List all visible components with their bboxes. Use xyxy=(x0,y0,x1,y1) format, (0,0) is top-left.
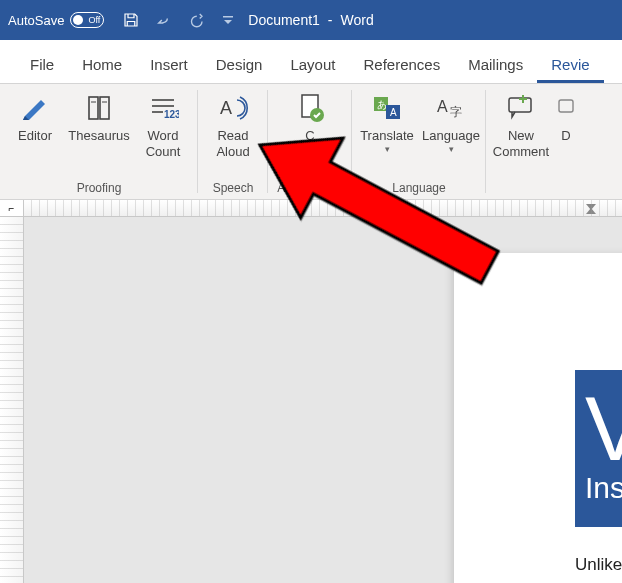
autosave-state: Off xyxy=(89,15,101,25)
svg-text:A: A xyxy=(220,98,232,118)
check-accessibility-label-1: C xyxy=(305,128,314,144)
check-accessibility-label-2: ibility xyxy=(296,144,325,160)
svg-rect-21 xyxy=(559,100,573,112)
chevron-down-icon: ▾ xyxy=(449,144,454,155)
document-name: Document1 xyxy=(248,12,320,28)
svg-marker-23 xyxy=(586,208,596,214)
autosave-toggle[interactable]: Off xyxy=(70,12,104,28)
svg-rect-18 xyxy=(509,98,531,112)
language-icon: A字 xyxy=(435,92,467,124)
document-canvas[interactable]: V Ins Unlike xyxy=(24,217,622,583)
chevron-down-icon: ▾ xyxy=(385,144,390,155)
tab-insert[interactable]: Insert xyxy=(136,46,202,83)
translate-button[interactable]: あA Translate ▾ xyxy=(358,88,416,178)
tab-references[interactable]: References xyxy=(349,46,454,83)
body-text: Unlike xyxy=(575,555,622,575)
new-comment-button[interactable]: New Comment xyxy=(492,88,550,178)
svg-rect-1 xyxy=(89,97,98,119)
language-label: Language xyxy=(422,128,480,144)
read-aloud-icon: A xyxy=(217,92,249,124)
delete-comment-label: D xyxy=(561,128,570,144)
window-title: Document1 - Word xyxy=(248,12,373,28)
tab-home[interactable]: Home xyxy=(68,46,136,83)
save-icon[interactable] xyxy=(122,11,140,29)
read-aloud-label-2: Aloud xyxy=(216,144,249,160)
ruler-row: ⌐ xyxy=(0,200,622,217)
check-accessibility-button[interactable]: C ibility ▾ xyxy=(274,88,346,178)
delete-comment-button[interactable]: D xyxy=(556,88,576,178)
title-bar: AutoSave Off Document1 - Word xyxy=(0,0,622,40)
new-comment-icon xyxy=(505,92,537,124)
ribbon-tabs: File Home Insert Design Layout Reference… xyxy=(0,40,622,84)
translate-label: Translate xyxy=(360,128,414,144)
delete-comment-icon xyxy=(557,92,575,124)
svg-marker-22 xyxy=(586,204,596,210)
tab-file[interactable]: File xyxy=(16,46,68,83)
thesaurus-label: Thesaurus xyxy=(68,128,129,144)
svg-text:字: 字 xyxy=(450,105,462,119)
group-proofing: Editor Thesaurus 123 Word Count Proofing xyxy=(0,84,198,199)
qat-overflow-icon[interactable] xyxy=(222,14,234,26)
read-aloud-label-1: Read xyxy=(217,128,248,144)
thesaurus-button[interactable]: Thesaurus xyxy=(70,88,128,178)
editor-button[interactable]: Editor xyxy=(6,88,64,178)
horizontal-ruler[interactable] xyxy=(24,200,622,216)
title-sub: Ins xyxy=(585,471,622,505)
vertical-ruler[interactable] xyxy=(0,217,24,583)
svg-text:A: A xyxy=(437,98,448,115)
word-count-button[interactable]: 123 Word Count xyxy=(134,88,192,178)
tab-design[interactable]: Design xyxy=(202,46,277,83)
title-block: V Ins xyxy=(575,370,622,527)
app-name: Word xyxy=(341,12,374,28)
autosave-control[interactable]: AutoSave Off xyxy=(8,12,104,28)
word-count-icon: 123 xyxy=(147,92,179,124)
redo-icon[interactable] xyxy=(190,12,208,28)
group-speech: A Read Aloud Speech xyxy=(198,84,268,199)
word-count-label-2: Count xyxy=(146,144,181,160)
editor-label: Editor xyxy=(18,128,52,144)
title-big: V xyxy=(585,393,622,465)
svg-text:あ: あ xyxy=(377,99,387,110)
group-label-proofing: Proofing xyxy=(77,178,122,197)
svg-rect-2 xyxy=(100,97,109,119)
group-language: あA Translate ▾ A字 Language ▾ Language xyxy=(352,84,486,199)
tab-review[interactable]: Revie xyxy=(537,46,603,83)
ruler-corner[interactable]: ⌐ xyxy=(0,200,24,216)
title-separator: - xyxy=(328,12,333,28)
ribbon: Editor Thesaurus 123 Word Count Proofing… xyxy=(0,84,622,200)
group-label-accessibility: Accessibility xyxy=(277,178,342,197)
accessibility-icon xyxy=(294,92,326,124)
editor-icon xyxy=(19,92,51,124)
svg-text:A: A xyxy=(390,107,397,118)
margin-marker-icon[interactable] xyxy=(586,200,596,217)
group-label-comments xyxy=(532,178,535,197)
read-aloud-button[interactable]: A Read Aloud xyxy=(204,88,262,178)
new-comment-label-2: Comment xyxy=(493,144,549,160)
group-comments: New Comment D xyxy=(486,84,582,199)
thesaurus-icon xyxy=(83,92,115,124)
tab-layout[interactable]: Layout xyxy=(276,46,349,83)
qat xyxy=(122,11,234,29)
group-accessibility: C ibility ▾ Accessibility xyxy=(268,84,352,199)
new-comment-label-1: New xyxy=(508,128,534,144)
svg-rect-0 xyxy=(223,16,233,18)
undo-icon[interactable] xyxy=(154,12,176,28)
editor-area: V Ins Unlike xyxy=(0,217,622,583)
group-label-language: Language xyxy=(392,178,445,197)
group-label-speech: Speech xyxy=(213,178,254,197)
translate-icon: あA xyxy=(371,92,403,124)
chevron-down-icon: ▾ xyxy=(308,161,313,172)
tab-mailings[interactable]: Mailings xyxy=(454,46,537,83)
autosave-label: AutoSave xyxy=(8,13,64,28)
language-button[interactable]: A字 Language ▾ xyxy=(422,88,480,178)
svg-text:123: 123 xyxy=(164,109,179,120)
word-count-label-1: Word xyxy=(148,128,179,144)
